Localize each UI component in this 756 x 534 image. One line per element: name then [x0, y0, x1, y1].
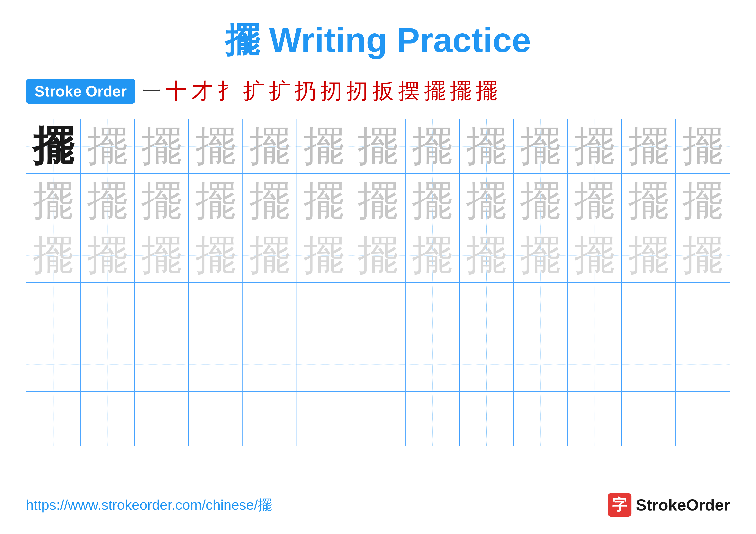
stroke-step-1: 十 — [166, 77, 187, 106]
grid-cell-3-11 — [622, 283, 676, 337]
stroke-step-4: 扩 — [243, 77, 265, 106]
grid-cell-4-9 — [513, 337, 567, 391]
grid-cell-1-5: 擺 — [297, 174, 351, 228]
cell-character: 擺 — [304, 180, 344, 221]
grid-cell-2-6: 擺 — [351, 228, 405, 282]
grid-cell-3-8 — [459, 283, 513, 337]
cell-character: 擺 — [195, 235, 236, 276]
grid-cell-3-2 — [134, 283, 189, 337]
cell-character: 擺 — [682, 126, 723, 167]
cell-character: 擺 — [358, 235, 398, 276]
grid-cell-2-5: 擺 — [297, 228, 351, 282]
cell-character: 擺 — [412, 235, 453, 276]
stroke-step-5: 扩 — [269, 77, 290, 106]
stroke-step-0: 一 — [142, 78, 161, 105]
cell-character: 擺 — [33, 126, 74, 167]
stroke-step-10: 摆 — [398, 77, 420, 106]
cell-character: 擺 — [87, 126, 128, 167]
grid-cell-0-11: 擺 — [622, 119, 676, 173]
grid-row-5 — [26, 391, 730, 446]
grid-cell-2-2: 擺 — [134, 228, 189, 282]
grid-row-4 — [26, 337, 730, 391]
grid-cell-2-12: 擺 — [676, 228, 730, 282]
cell-character: 擺 — [466, 126, 507, 167]
grid-cell-2-9: 擺 — [513, 228, 567, 282]
grid-cell-1-3: 擺 — [189, 174, 243, 228]
grid-cell-2-4: 擺 — [243, 228, 297, 282]
grid-cell-5-2 — [134, 392, 189, 446]
stroke-step-8: 扨 — [346, 77, 368, 106]
grid-cell-1-6: 擺 — [351, 174, 405, 228]
grid-cell-2-1: 擺 — [80, 228, 134, 282]
cell-character: 擺 — [87, 235, 128, 276]
cell-character: 擺 — [682, 180, 723, 221]
stroke-step-9: 扳 — [372, 77, 394, 106]
grid-cell-4-6 — [351, 337, 405, 391]
grid-cell-0-8: 擺 — [459, 119, 513, 173]
page-title: 擺 Writing Practice — [225, 17, 531, 64]
grid-cell-0-5: 擺 — [297, 119, 351, 173]
grid-cell-5-8 — [459, 392, 513, 446]
cell-character: 擺 — [520, 126, 561, 167]
grid-cell-4-2 — [134, 337, 189, 391]
grid-cell-2-3: 擺 — [189, 228, 243, 282]
grid-cell-4-8 — [459, 337, 513, 391]
grid-cell-5-0 — [26, 392, 80, 446]
grid-cell-1-2: 擺 — [134, 174, 189, 228]
cell-character: 擺 — [628, 235, 669, 276]
grid-cell-0-10: 擺 — [567, 119, 622, 173]
grid-cell-0-6: 擺 — [351, 119, 405, 173]
logo-text: StrokeOrder — [636, 496, 730, 514]
grid-cell-2-8: 擺 — [459, 228, 513, 282]
grid-row-3 — [26, 282, 730, 337]
practice-grid: 擺擺擺擺擺擺擺擺擺擺擺擺擺擺擺擺擺擺擺擺擺擺擺擺擺擺擺擺擺擺擺擺擺擺擺擺擺擺擺 — [26, 119, 730, 446]
cell-character: 擺 — [574, 126, 615, 167]
stroke-order-row: Stroke Order 一十才扌扩扩扔扨扨扳摆擺擺擺 — [26, 77, 730, 106]
grid-row-1: 擺擺擺擺擺擺擺擺擺擺擺擺擺 — [26, 173, 730, 228]
grid-cell-3-5 — [297, 283, 351, 337]
stroke-step-2: 才 — [191, 77, 213, 106]
grid-cell-1-0: 擺 — [26, 174, 80, 228]
grid-cell-2-0: 擺 — [26, 228, 80, 282]
grid-cell-4-12 — [676, 337, 730, 391]
grid-cell-0-7: 擺 — [405, 119, 459, 173]
grid-cell-4-0 — [26, 337, 80, 391]
grid-cell-3-6 — [351, 283, 405, 337]
stroke-step-12: 擺 — [450, 77, 472, 106]
grid-cell-3-1 — [80, 283, 134, 337]
grid-cell-2-7: 擺 — [405, 228, 459, 282]
footer-url: https://www.strokeorder.com/chinese/擺 — [26, 496, 272, 514]
grid-cell-5-3 — [189, 392, 243, 446]
grid-cell-3-0 — [26, 283, 80, 337]
cell-character: 擺 — [574, 180, 615, 221]
grid-cell-0-3: 擺 — [189, 119, 243, 173]
cell-character: 擺 — [412, 126, 453, 167]
cell-character: 擺 — [141, 126, 182, 167]
cell-character: 擺 — [304, 126, 344, 167]
grid-cell-0-1: 擺 — [80, 119, 134, 173]
grid-cell-2-11: 擺 — [622, 228, 676, 282]
cell-character: 擺 — [520, 235, 561, 276]
stroke-step-3: 扌 — [217, 77, 239, 106]
grid-cell-4-3 — [189, 337, 243, 391]
grid-cell-1-11: 擺 — [622, 174, 676, 228]
grid-cell-3-4 — [243, 283, 297, 337]
cell-character: 擺 — [412, 180, 453, 221]
grid-cell-0-9: 擺 — [513, 119, 567, 173]
grid-cell-1-12: 擺 — [676, 174, 730, 228]
grid-cell-4-5 — [297, 337, 351, 391]
grid-cell-1-10: 擺 — [567, 174, 622, 228]
cell-character: 擺 — [682, 235, 723, 276]
stroke-step-6: 扔 — [295, 77, 316, 106]
grid-cell-1-1: 擺 — [80, 174, 134, 228]
grid-row-2: 擺擺擺擺擺擺擺擺擺擺擺擺擺 — [26, 228, 730, 282]
cell-character: 擺 — [195, 126, 236, 167]
grid-cell-0-4: 擺 — [243, 119, 297, 173]
grid-cell-4-10 — [567, 337, 622, 391]
grid-cell-3-3 — [189, 283, 243, 337]
grid-cell-0-12: 擺 — [676, 119, 730, 173]
grid-cell-5-1 — [80, 392, 134, 446]
cell-character: 擺 — [628, 180, 669, 221]
cell-character: 擺 — [520, 180, 561, 221]
grid-cell-3-7 — [405, 283, 459, 337]
